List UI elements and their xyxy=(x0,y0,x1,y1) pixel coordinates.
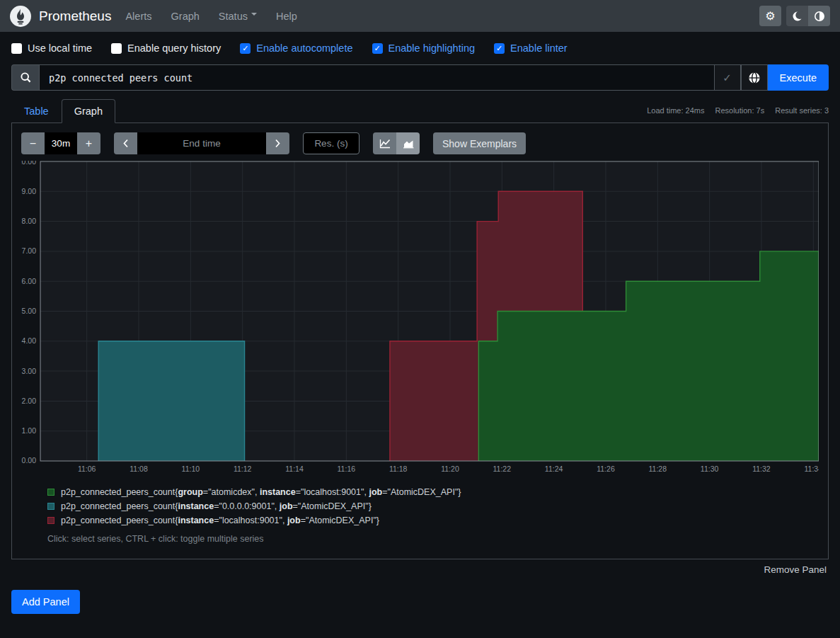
tab-graph[interactable]: Graph xyxy=(62,99,115,123)
x-axis-tick-label: 11:26 xyxy=(597,465,615,473)
checkbox-enable-query-history[interactable]: Enable query history xyxy=(111,42,221,54)
tab-table[interactable]: Table xyxy=(11,99,62,123)
nav-item-status-dropdown[interactable]: Status xyxy=(219,11,257,22)
y-axis-tick-label: 4.00 xyxy=(22,336,37,345)
legend-label: p2p_connected_peers_count{instance="loca… xyxy=(61,515,379,525)
show-exemplars-button[interactable]: Show Exemplars xyxy=(433,132,526,154)
search-addon xyxy=(11,64,39,91)
checkbox-enable-autocomplete[interactable]: ✓Enable autocomplete xyxy=(240,42,352,54)
y-axis-tick-label: 1.00 xyxy=(22,426,37,435)
legend-swatch xyxy=(47,517,54,524)
query-input[interactable] xyxy=(39,64,715,91)
x-axis-tick-label: 11:16 xyxy=(338,465,356,473)
checkbox-box-icon xyxy=(11,43,22,54)
legend-label: p2p_connected_peers_count{group="atomicd… xyxy=(61,487,461,497)
options-row: Use local timeEnable query history✓Enabl… xyxy=(0,32,840,62)
x-axis-tick-label: 11:18 xyxy=(389,465,408,473)
result-series: Result series: 3 xyxy=(775,106,829,115)
x-axis-tick-label: 11:12 xyxy=(234,465,252,473)
check-icon: ✓ xyxy=(723,72,732,84)
stacked-graph-toggle-button[interactable] xyxy=(396,132,420,154)
y-axis-tick-label: 0.00 xyxy=(22,457,37,465)
checkbox-enable-linter[interactable]: ✓Enable linter xyxy=(494,42,568,54)
checkbox-label: Enable query history xyxy=(127,42,221,54)
globe-icon xyxy=(748,72,761,84)
y-axis-tick-label: 3.00 xyxy=(22,367,37,375)
time-forward-button[interactable] xyxy=(266,132,289,154)
resolution-input[interactable] xyxy=(303,132,359,154)
x-axis-tick-label: 11:10 xyxy=(182,465,200,473)
time-back-button[interactable] xyxy=(114,132,137,154)
settings-gear-button[interactable]: ⚙ xyxy=(759,6,781,26)
line-chart-icon xyxy=(379,138,391,149)
range-duration-input[interactable] xyxy=(45,132,77,154)
checkbox-box-icon: ✓ xyxy=(372,43,383,54)
y-axis-tick-label: 7.00 xyxy=(22,246,37,255)
prometheus-logo-icon xyxy=(10,6,31,27)
stacked-chart-icon xyxy=(402,138,415,149)
x-axis-tick-label: 11:30 xyxy=(701,465,719,473)
gear-icon: ⚙ xyxy=(765,9,775,23)
x-axis-tick-label: 11:22 xyxy=(493,465,512,473)
checkbox-box-icon xyxy=(111,43,122,54)
checkbox-label: Enable linter xyxy=(510,42,568,54)
load-time: Load time: 24ms xyxy=(647,106,704,115)
x-axis-tick-label: 11:24 xyxy=(545,465,563,473)
theme-dark-button[interactable] xyxy=(786,6,808,26)
nav-item-graph[interactable]: Graph xyxy=(171,11,200,22)
query-valid-button[interactable]: ✓ xyxy=(715,64,741,91)
legend-swatch xyxy=(47,503,54,510)
graph-canvas[interactable]: 0.001.002.003.004.005.006.007.008.009.00… xyxy=(21,161,819,478)
legend-item[interactable]: p2p_connected_peers_count{instance="loca… xyxy=(47,515,819,525)
range-increase-button[interactable]: + xyxy=(77,132,100,154)
y-axis-tick-label: 6.00 xyxy=(22,277,37,285)
chevron-right-icon xyxy=(275,139,281,148)
execute-button[interactable]: Execute xyxy=(768,64,829,91)
brand-title[interactable]: Prometheus xyxy=(39,8,111,24)
checkbox-enable-highlighting[interactable]: ✓Enable highlighting xyxy=(372,42,476,54)
y-axis-tick-label: 8.00 xyxy=(22,217,37,225)
add-panel-button[interactable]: Add Panel xyxy=(11,590,80,614)
query-bar: ✓ Execute xyxy=(11,64,829,91)
theme-auto-button[interactable] xyxy=(808,6,830,26)
chevron-down-icon xyxy=(251,13,257,18)
legend-item[interactable]: p2p_connected_peers_count{instance="0.0.… xyxy=(47,501,819,511)
theme-buttons: ⚙ xyxy=(759,6,830,26)
tabs-row: Table Graph Load time: 24ms Resolution: … xyxy=(0,99,840,123)
x-axis-tick-label: 11:14 xyxy=(285,465,304,473)
search-icon xyxy=(20,72,32,84)
moon-icon xyxy=(792,11,803,22)
remove-panel-link[interactable]: Remove Panel xyxy=(764,564,827,575)
y-axis-tick-label: 10.00 xyxy=(21,161,36,165)
legend-item[interactable]: p2p_connected_peers_count{group="atomicd… xyxy=(47,487,819,497)
checkbox-label: Enable highlighting xyxy=(389,42,476,54)
legend-hint: Click: select series, CTRL + click: togg… xyxy=(47,534,819,544)
legend-label: p2p_connected_peers_count{instance="0.0.… xyxy=(61,501,372,511)
range-decrease-button[interactable]: − xyxy=(21,132,45,154)
end-time-input[interactable] xyxy=(137,132,266,154)
nav-item-help[interactable]: Help xyxy=(276,11,297,22)
checkbox-box-icon: ✓ xyxy=(240,43,251,54)
checkbox-use-local-time[interactable]: Use local time xyxy=(11,42,92,54)
nav-item-alerts[interactable]: Alerts xyxy=(125,11,151,22)
legend-swatch xyxy=(47,489,54,496)
line-graph-toggle-button[interactable] xyxy=(373,132,396,154)
checkbox-label: Enable autocomplete xyxy=(256,42,352,54)
x-axis-tick-label: 11:34 xyxy=(805,465,819,473)
x-axis-tick-label: 11:08 xyxy=(130,465,148,473)
x-axis-tick-label: 11:28 xyxy=(649,465,667,473)
x-axis-tick-label: 11:20 xyxy=(441,465,459,473)
resolution: Resolution: 7s xyxy=(715,106,764,115)
legend: p2p_connected_peers_count{group="atomicd… xyxy=(47,487,819,525)
x-axis-tick-label: 11:06 xyxy=(78,465,96,473)
chevron-left-icon xyxy=(122,139,129,148)
x-axis-tick-label: 11:32 xyxy=(752,465,771,473)
graph-controls: − + xyxy=(21,132,819,154)
nav-links: Alerts Graph Status Help xyxy=(125,11,297,22)
metrics-explorer-button[interactable] xyxy=(741,64,768,91)
y-axis-tick-label: 5.00 xyxy=(22,307,37,315)
checkbox-label: Use local time xyxy=(28,42,92,54)
contrast-icon xyxy=(814,11,825,22)
query-stats: Load time: 24ms Resolution: 7s Result se… xyxy=(647,106,829,123)
navbar: Prometheus Alerts Graph Status Help ⚙ xyxy=(0,0,840,32)
